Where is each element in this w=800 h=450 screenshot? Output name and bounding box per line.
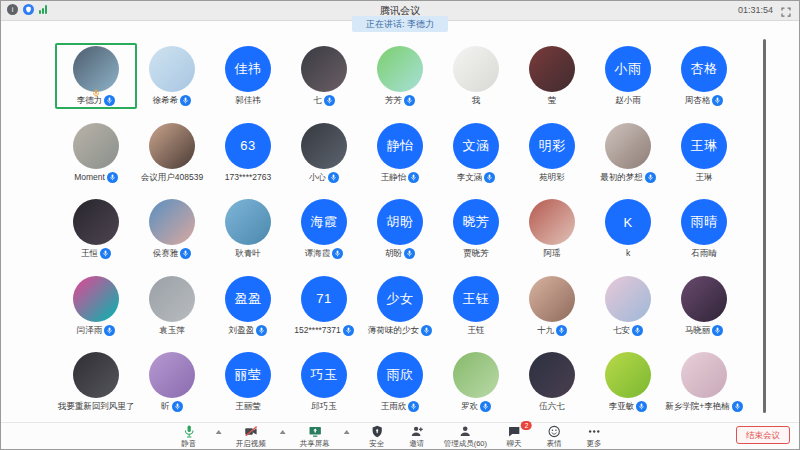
- participant-name: 王静怡: [381, 172, 407, 183]
- participant-name: Moment: [74, 172, 105, 183]
- fullscreen-toggle-icon[interactable]: [780, 4, 792, 16]
- participant-tile[interactable]: 袁玉萍: [134, 273, 210, 350]
- participant-tile[interactable]: 我: [438, 43, 514, 120]
- toolbar-members-button[interactable]: 管理成员(60): [444, 425, 487, 448]
- participant-tile[interactable]: 闫泽雨: [58, 273, 134, 350]
- participant-name: 王雨欣: [381, 401, 407, 412]
- participant-tile[interactable]: 王琳王琳: [666, 120, 742, 197]
- participant-tile[interactable]: 七安: [590, 273, 666, 350]
- participant-tile[interactable]: 会议用户408539: [134, 120, 210, 197]
- audio-badge-icon: [328, 172, 339, 183]
- participant-avatar: 雨欣: [377, 352, 423, 398]
- toolbar-chat-label: 聊天: [507, 439, 522, 448]
- participant-avatar: [149, 123, 195, 169]
- participant-avatar: [301, 46, 347, 92]
- participant-tile[interactable]: Moment: [58, 120, 134, 197]
- participant-tile[interactable]: 雨晴石雨晴: [666, 196, 742, 273]
- participant-avatar: 丽莹: [225, 352, 271, 398]
- toolbar-mute-options-caret[interactable]: [216, 430, 222, 434]
- participant-avatar: [149, 199, 195, 245]
- participant-avatar: [149, 276, 195, 322]
- participant-tile[interactable]: 小雨赵小雨: [590, 43, 666, 120]
- microphone-icon: [182, 425, 195, 438]
- participant-tile[interactable]: 芳芳: [362, 43, 438, 120]
- participant-avatar: [225, 199, 271, 245]
- participant-tile[interactable]: 杏格周杏格: [666, 43, 742, 120]
- participant-tile[interactable]: 海霞谭海霞: [286, 196, 362, 273]
- emoji-icon: [548, 425, 561, 438]
- participant-tile[interactable]: 徐希希: [134, 43, 210, 120]
- toolbar-camera-button[interactable]: 开启视频: [236, 425, 266, 448]
- participant-name: 苑明彩: [539, 172, 565, 183]
- participant-tile[interactable]: 莹: [514, 43, 590, 120]
- participant-tile[interactable]: 伍六七: [514, 349, 590, 426]
- participant-tile[interactable]: 李亚敏: [590, 349, 666, 426]
- audio-badge-icon: [636, 401, 647, 412]
- participant-tile[interactable]: 晓芳贾晓芳: [438, 196, 514, 273]
- participant-name: 邱巧玉: [311, 401, 337, 412]
- audio-badge-icon: [343, 325, 354, 336]
- toolbar-more-button[interactable]: 更多: [581, 425, 607, 448]
- participant-tile[interactable]: 63173****2763: [210, 120, 286, 197]
- participant-tile[interactable]: 胡盼胡盼: [362, 196, 438, 273]
- participant-avatar: 佳祎: [225, 46, 271, 92]
- participant-name: 芳芳: [385, 95, 402, 106]
- participant-name: 伍六七: [539, 401, 565, 412]
- participant-tile[interactable]: 昕: [134, 349, 210, 426]
- participant-tile[interactable]: 雨欣王雨欣: [362, 349, 438, 426]
- scrollbar-thumb[interactable]: [763, 39, 766, 413]
- toolbar-share-label: 共享屏幕: [300, 439, 330, 448]
- participant-tile[interactable]: 王恒: [58, 196, 134, 273]
- participant-tile[interactable]: 最初的梦想: [590, 120, 666, 197]
- participant-tile[interactable]: 丽莹王丽莹: [210, 349, 286, 426]
- participant-tile[interactable]: 阿瑶: [514, 196, 590, 273]
- participant-tile[interactable]: 七: [286, 43, 362, 120]
- toolbar-security-button[interactable]: 安全: [364, 425, 390, 448]
- participant-tile[interactable]: 71152****7371: [286, 273, 362, 350]
- participant-tile[interactable]: 王钰王钰: [438, 273, 514, 350]
- audio-badge-icon: [632, 325, 643, 336]
- toolbar-emoji-button[interactable]: 表情: [541, 425, 567, 448]
- participant-tile[interactable]: Kk: [590, 196, 666, 273]
- toolbar-share-options-caret[interactable]: [344, 430, 350, 434]
- toolbar-share-button[interactable]: 共享屏幕: [300, 425, 330, 448]
- participant-name: 小心: [309, 172, 326, 183]
- participant-name: 徐希希: [153, 95, 179, 106]
- participant-avatar: 巧玉: [301, 352, 347, 398]
- audio-badge-icon: [180, 95, 191, 106]
- participant-tile[interactable]: 小心: [286, 120, 362, 197]
- participant-tile[interactable]: 马晓丽: [666, 273, 742, 350]
- participant-tile[interactable]: 明彩苑明彩: [514, 120, 590, 197]
- participant-tile[interactable]: 佳祎郭佳祎: [210, 43, 286, 120]
- participant-tile[interactable]: 巧玉邱巧玉: [286, 349, 362, 426]
- toolbar-chat-button[interactable]: 聊天2: [501, 425, 527, 448]
- participant-tile[interactable]: 罗欢: [438, 349, 514, 426]
- participant-name: 新乡学院+李艳楠: [665, 401, 729, 412]
- participant-avatar: 63: [225, 123, 271, 169]
- participant-tile[interactable]: 侯赛雅: [134, 196, 210, 273]
- toolbar-mute-button[interactable]: 静音: [176, 425, 202, 448]
- participant-name: 王钰: [468, 325, 485, 336]
- end-meeting-button[interactable]: 结束会议: [736, 426, 790, 445]
- toolbar-security-label: 安全: [369, 439, 384, 448]
- participant-tile[interactable]: 静怡王静怡: [362, 120, 438, 197]
- participant-tile[interactable]: 新乡学院+李艳楠: [666, 349, 742, 426]
- mic-active-icon: [92, 84, 101, 93]
- participant-tile[interactable]: 我要重新回到风里了: [58, 349, 134, 426]
- participant-avatar: 文涵: [453, 123, 499, 169]
- participant-tile[interactable]: 少女薄荷味的少女: [362, 273, 438, 350]
- toolbar-invite-button[interactable]: 邀请: [404, 425, 430, 448]
- toolbar-camera-label: 开启视频: [236, 439, 266, 448]
- speaking-banner-text: 正在讲话: 李德力: [366, 19, 434, 29]
- speaking-banner: 正在讲话: 李德力: [352, 16, 448, 32]
- audio-badge-icon: [107, 172, 118, 183]
- participant-tile[interactable]: 盈盈刘盈盈: [210, 273, 286, 350]
- participant-tile[interactable]: 十九: [514, 273, 590, 350]
- participant-tile[interactable]: 耿青叶: [210, 196, 286, 273]
- participant-name: 周杏格: [685, 95, 711, 106]
- invite-icon: [410, 425, 423, 438]
- toolbar-camera-options-caret[interactable]: [280, 430, 286, 434]
- participant-name: 马晓丽: [685, 325, 711, 336]
- participant-tile[interactable]: 李德力: [58, 43, 134, 120]
- participant-tile[interactable]: 文涵李文涵: [438, 120, 514, 197]
